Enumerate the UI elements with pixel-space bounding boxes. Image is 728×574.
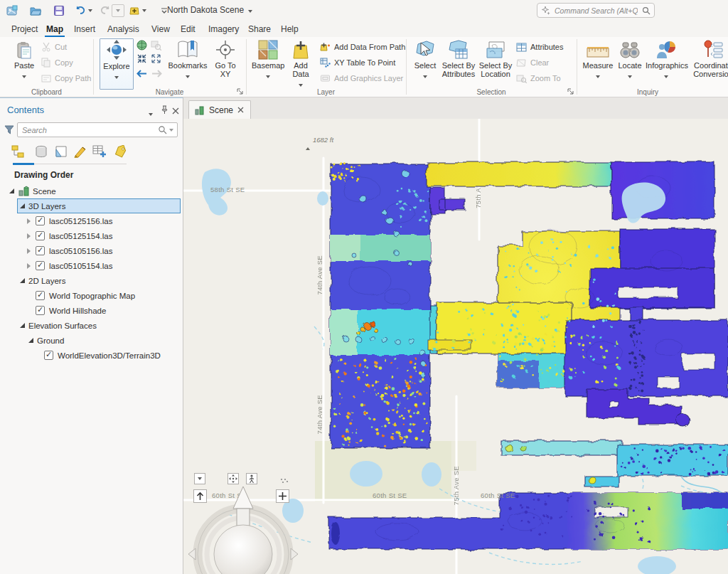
list-by-drawing-order-icon[interactable] [10,144,27,159]
add-data-from-path-button[interactable]: Add Data From Path [320,41,405,53]
locate-button[interactable]: Locate [616,38,644,80]
ribbon-tab-bar: Project Map Insert Analysis View Edit Im… [0,21,728,37]
zoom-to-selection-icon[interactable] [151,40,161,53]
tab-imagery[interactable]: Imagery [207,23,240,36]
search-options-chevron-icon[interactable] [169,129,173,132]
full-extent-icon[interactable] [136,40,147,53]
tab-help[interactable]: Help [279,23,300,36]
title-bar: North Dakota Scene [0,0,728,21]
contents-search-input[interactable] [18,126,158,134]
expander-closed-icon[interactable] [27,248,31,254]
tree-item-las-3[interactable]: lasc05105154.las [0,258,183,273]
measure-button[interactable]: Measure [582,38,614,80]
expander-open-icon[interactable] [9,188,14,193]
layer-checkbox[interactable] [36,306,45,315]
add-graphics-layer-button[interactable]: Add Graphics Layer [320,73,403,84]
redo-menu-chevron-icon[interactable] [112,4,124,17]
command-search-input[interactable] [553,6,639,16]
redo-icon[interactable] [99,4,112,17]
bookmarks-button[interactable]: Bookmarks [168,38,208,80]
attributes-button[interactable]: Attributes [516,41,563,53]
expander-closed-icon[interactable] [27,263,31,269]
scene-view-tab[interactable]: Scene [188,100,251,119]
tree-item-ground[interactable]: Ground [0,333,183,348]
add-data-menu-chevron-icon[interactable] [141,4,148,17]
pin-icon[interactable] [161,105,168,117]
cut-button[interactable]: Cut [41,41,67,53]
tree-item-las-2[interactable]: lasc05105156.las [0,243,183,258]
project-title[interactable]: North Dakota Scene [167,5,252,15]
navigate-dialog-launcher-icon[interactable] [236,87,244,95]
expander-open-icon[interactable] [20,203,25,208]
select-by-location-button[interactable]: Select By Location [478,38,513,78]
labeling-tag-icon[interactable] [112,144,129,159]
layer-checkbox[interactable] [36,216,45,225]
tab-map[interactable]: Map [45,23,65,36]
explore-button[interactable]: Explore [100,38,134,90]
tree-item-elevation-surfaces[interactable]: Elevation Surfaces [0,318,183,333]
copy-path-button[interactable]: Copy Path [41,73,91,84]
tree-item-las-0[interactable]: lasc05125156.las [0,213,183,228]
tree-item-world-topographic[interactable]: World Topographic Map [0,288,183,303]
expander-closed-icon[interactable] [27,233,31,239]
add-data-quick-icon[interactable] [128,4,141,17]
tree-item-2d-layers[interactable]: 2D Layers [0,273,183,288]
expander-open-icon[interactable] [28,338,33,343]
next-extent-icon[interactable] [151,68,164,82]
tab-edit[interactable]: Edit [179,23,197,36]
layer-tree: Scene 3D Layers lasc05125156.las lasc051… [0,184,183,363]
tree-item-world-hillshade[interactable]: World Hillshade [0,303,183,318]
layer-checkbox[interactable] [36,291,45,300]
tab-share[interactable]: Share [247,23,272,36]
previous-extent-icon[interactable] [135,68,148,82]
filter-icon[interactable] [4,125,14,135]
selection-dialog-launcher-icon[interactable] [567,87,574,95]
expand-view-icon[interactable] [151,53,161,67]
undo-menu-chevron-icon[interactable] [87,4,94,17]
clear-selection-button[interactable]: Clear [516,57,549,68]
undo-icon[interactable] [74,4,87,17]
tab-insert[interactable]: Insert [73,23,97,36]
expander-open-icon[interactable] [20,278,25,283]
xy-table-to-point-button[interactable]: XY Table To Point [320,57,395,68]
close-pane-icon[interactable] [172,105,179,117]
layer-checkbox[interactable] [36,261,45,270]
tree-item-3d-layers[interactable]: 3D Layers [0,198,183,213]
add-data-button[interactable]: Add Data [287,38,314,88]
tab-analysis[interactable]: Analysis [106,23,141,36]
select-button[interactable]: Select [411,38,439,80]
edit-pencil-icon[interactable] [72,144,89,159]
copy-button[interactable]: Copy [41,57,73,68]
expander-open-icon[interactable] [20,323,25,328]
close-tab-icon[interactable] [237,107,244,113]
select-by-attributes-button[interactable]: Select By Attributes [441,38,476,78]
save-project-icon[interactable] [53,4,65,17]
tab-project[interactable]: Project [10,23,39,36]
coordinate-conversion-button[interactable]: Coordinate Conversion [691,38,728,78]
open-project-icon[interactable] [29,4,42,17]
tab-view[interactable]: View [150,23,171,36]
zoom-to-selection-button[interactable]: Zoom To [516,73,561,84]
contents-search[interactable] [17,122,178,137]
compass-navigator[interactable] [185,469,301,574]
command-search[interactable] [537,3,655,18]
scene-view-canvas[interactable]: 1682 ft 58th St SE 74th Ave SE 74th Ave … [183,119,728,574]
basemap-button[interactable]: Basemap [252,38,284,80]
go-to-xy-button[interactable]: Go To XY [210,38,240,78]
tree-item-las-1[interactable]: lasc05125154.las [0,228,183,243]
tree-item-world-elevation[interactable]: WorldElevation3D/Terrain3D [0,348,183,363]
paste-button[interactable]: Paste [10,38,38,80]
contract-view-icon[interactable] [136,53,147,67]
new-project-icon[interactable] [6,4,18,17]
list-by-data-source-icon[interactable] [33,144,50,159]
layer-checkbox[interactable] [44,351,53,360]
layer-checkbox[interactable] [36,246,45,255]
list-by-selection-icon[interactable] [53,144,70,159]
expander-closed-icon[interactable] [27,218,31,224]
layer-checkbox[interactable] [36,231,45,240]
tree-item-scene[interactable]: Scene [0,184,183,198]
pane-menu-chevron-icon[interactable] [149,106,153,119]
arcgis-pro-window: { "titlebar": { "title": "North Dakota S… [0,0,728,574]
infographics-button[interactable]: Infographics [646,38,687,80]
add-table-icon[interactable] [91,144,108,159]
